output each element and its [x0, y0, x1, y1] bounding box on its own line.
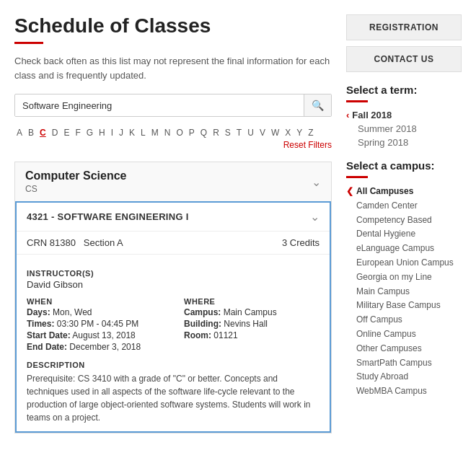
- alpha-h[interactable]: H: [97, 127, 107, 138]
- campus-item-9[interactable]: Off Campus: [346, 314, 462, 326]
- times-value: 03:30 PM - 04:45 PM: [57, 319, 138, 329]
- campus-item-1[interactable]: Camden Center: [346, 200, 462, 212]
- campus-item-13[interactable]: Study Abroad: [346, 371, 462, 383]
- building-row: Building: Nevins Hall: [184, 319, 319, 329]
- term-summer-2018[interactable]: Summer 2018: [346, 123, 462, 134]
- credits-value: 3 Credits: [282, 237, 319, 248]
- campus-label-1: Camden Center: [356, 200, 418, 212]
- alpha-w[interactable]: W: [269, 127, 281, 138]
- campus-item-14[interactable]: WebMBA Campus: [346, 385, 462, 397]
- alpha-r[interactable]: R: [211, 127, 221, 138]
- campus-value: Main Campus: [224, 307, 277, 317]
- alpha-d[interactable]: D: [50, 127, 61, 138]
- alpha-x[interactable]: X: [283, 127, 293, 138]
- alpha-g[interactable]: G: [84, 127, 95, 138]
- alpha-e[interactable]: E: [61, 127, 71, 138]
- campus-item-0[interactable]: ❮All Campuses: [346, 185, 462, 198]
- campus-item-7[interactable]: Main Campus: [346, 286, 462, 298]
- search-button[interactable]: 🔍: [304, 94, 331, 116]
- title-underline: [14, 42, 43, 44]
- campus-label: Campus:: [184, 307, 221, 317]
- campus-item-5[interactable]: European Union Campus: [346, 257, 462, 269]
- registration-button[interactable]: REGISTRATION: [346, 14, 462, 40]
- end-value: December 3, 2018: [69, 342, 141, 352]
- alpha-filter: A B C D E F G H I J K L M N O P Q R S T …: [14, 127, 332, 150]
- course-header[interactable]: 4321 - SOFTWARE ENGINEERING I ⌄: [17, 203, 330, 231]
- crn-label: CRN: [27, 237, 47, 248]
- instructors-label: INSTRUCTOR(S): [27, 269, 319, 278]
- sidebar: REGISTRATION CONTACT US Select a term: ‹…: [346, 14, 462, 441]
- campus-item-12[interactable]: SmartPath Campus: [346, 357, 462, 369]
- section-value: Section A: [84, 237, 123, 248]
- alpha-s[interactable]: S: [223, 127, 233, 138]
- alpha-o[interactable]: O: [174, 127, 185, 138]
- description-text: Prerequisite: CS 3410 with a grade of "C…: [27, 372, 319, 424]
- alpha-a[interactable]: A: [14, 127, 25, 138]
- where-column: WHERE Campus: Main Campus Building: Nevi…: [184, 297, 319, 353]
- alpha-t[interactable]: T: [234, 127, 244, 138]
- term-spring-label: Spring 2018: [358, 137, 408, 148]
- department-code: CS: [25, 184, 126, 194]
- alpha-k[interactable]: K: [127, 127, 137, 138]
- alpha-p[interactable]: P: [187, 127, 197, 138]
- campus-label-11: Other Campuses: [356, 343, 422, 355]
- campus-item-11[interactable]: Other Campuses: [346, 343, 462, 355]
- end-label: End Date:: [27, 342, 67, 352]
- course-number: 4321 - SOFTWARE ENGINEERING I: [27, 211, 189, 222]
- end-row: End Date: December 3, 2018: [27, 342, 162, 352]
- term-spring-2018[interactable]: Spring 2018: [346, 137, 462, 148]
- instructor-name: David Gibson: [27, 279, 319, 290]
- campus-row: Campus: Main Campus: [184, 307, 319, 317]
- department-name: Computer Science: [25, 169, 126, 182]
- alpha-i[interactable]: I: [109, 127, 115, 138]
- alpha-m[interactable]: M: [149, 127, 161, 138]
- section-row: CRN 81380 Section A 3 Credits: [17, 231, 330, 254]
- days-label: Days:: [27, 307, 50, 317]
- term-arrow-icon: ‹: [346, 110, 349, 120]
- alpha-v[interactable]: V: [257, 127, 268, 138]
- campus-label-9: Off Campus: [356, 314, 402, 326]
- alpha-c[interactable]: C: [38, 127, 48, 138]
- campus-list: ❮All CampusesCamden CenterCompetency Bas…: [346, 185, 462, 397]
- alpha-z[interactable]: Z: [306, 127, 315, 138]
- crn-value: 81380: [50, 237, 76, 248]
- contact-button[interactable]: CONTACT US: [346, 46, 462, 72]
- campus-item-8[interactable]: Military Base Campus: [346, 299, 462, 312]
- campus-item-2[interactable]: Competency Based: [346, 214, 462, 226]
- campus-label-2: Competency Based: [356, 214, 432, 226]
- course-block: 4321 - SOFTWARE ENGINEERING I ⌄ CRN 8138…: [15, 201, 331, 433]
- campus-item-6[interactable]: Georgia on my Line: [346, 271, 462, 283]
- main-content: Schedule of Classes Check back often as …: [14, 14, 332, 441]
- subtitle: Check back often as this list may not re…: [14, 54, 332, 82]
- term-underline: [346, 100, 368, 102]
- campus-section-title: Select a campus:: [346, 159, 462, 172]
- term-fall-2018[interactable]: ‹ Fall 2018: [346, 110, 462, 120]
- reset-filters-link[interactable]: Reset Filters: [283, 140, 332, 150]
- alpha-q[interactable]: Q: [198, 127, 209, 138]
- campus-label-12: SmartPath Campus: [356, 357, 432, 369]
- when-label: WHEN: [27, 297, 162, 306]
- when-where-section: WHEN Days: Mon, Wed Times: 03:30 PM - 04…: [27, 297, 319, 353]
- campus-label-10: Online Campus: [356, 328, 416, 340]
- when-column: WHEN Days: Mon, Wed Times: 03:30 PM - 04…: [27, 297, 162, 353]
- start-row: Start Date: August 13, 2018: [27, 330, 162, 340]
- building-value: Nevins Hall: [224, 319, 268, 329]
- times-label: Times:: [27, 319, 54, 329]
- term-summer-label: Summer 2018: [358, 123, 417, 134]
- campus-item-4[interactable]: eLanguage Campus: [346, 242, 462, 255]
- campus-item-10[interactable]: Online Campus: [346, 328, 462, 340]
- alpha-b[interactable]: B: [26, 127, 36, 138]
- course-chevron-icon: ⌄: [310, 210, 319, 224]
- room-label: Room:: [184, 330, 211, 340]
- campus-label-4: eLanguage Campus: [356, 242, 434, 255]
- search-input[interactable]: [15, 95, 304, 116]
- alpha-y[interactable]: Y: [294, 127, 304, 138]
- alpha-f[interactable]: F: [73, 127, 82, 138]
- alpha-l[interactable]: L: [138, 127, 148, 138]
- alpha-n[interactable]: N: [162, 127, 173, 138]
- department-header[interactable]: Computer Science CS ⌄: [15, 162, 331, 201]
- alpha-u[interactable]: U: [245, 127, 256, 138]
- alpha-j[interactable]: J: [117, 127, 125, 138]
- where-label: WHERE: [184, 297, 319, 306]
- campus-item-3[interactable]: Dental Hygiene: [346, 228, 462, 240]
